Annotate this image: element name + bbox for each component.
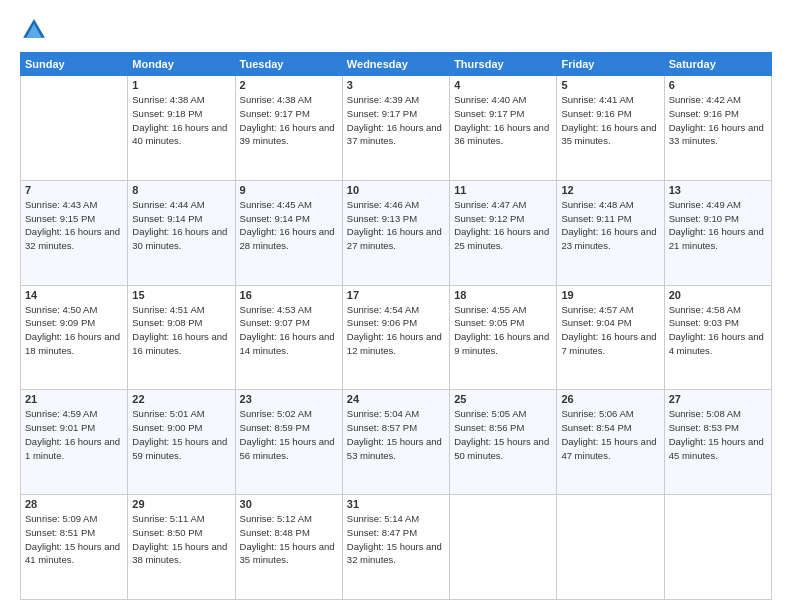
weekday-header-thursday: Thursday: [450, 53, 557, 76]
day-number: 31: [347, 498, 445, 510]
sunrise-label: Sunrise: 5:06 AM: [561, 408, 633, 419]
day-number: 29: [132, 498, 230, 510]
daylight-label: Daylight: 16 hours and 35 minutes.: [561, 122, 656, 147]
daylight-label: Daylight: 15 hours and 59 minutes.: [132, 436, 227, 461]
daylight-label: Daylight: 16 hours and 30 minutes.: [132, 226, 227, 251]
daylight-label: Daylight: 15 hours and 47 minutes.: [561, 436, 656, 461]
day-number: 23: [240, 393, 338, 405]
calendar-cell: 31Sunrise: 5:14 AMSunset: 8:47 PMDayligh…: [342, 495, 449, 600]
daylight-label: Daylight: 15 hours and 53 minutes.: [347, 436, 442, 461]
day-number: 6: [669, 79, 767, 91]
calendar-cell: 16Sunrise: 4:53 AMSunset: 9:07 PMDayligh…: [235, 285, 342, 390]
calendar-cell: 21Sunrise: 4:59 AMSunset: 9:01 PMDayligh…: [21, 390, 128, 495]
daylight-label: Daylight: 16 hours and 25 minutes.: [454, 226, 549, 251]
calendar-cell: 24Sunrise: 5:04 AMSunset: 8:57 PMDayligh…: [342, 390, 449, 495]
daylight-label: Daylight: 16 hours and 12 minutes.: [347, 331, 442, 356]
sunrise-label: Sunrise: 4:48 AM: [561, 199, 633, 210]
sunrise-label: Sunrise: 4:44 AM: [132, 199, 204, 210]
sunset-label: Sunset: 8:47 PM: [347, 527, 417, 538]
sunrise-label: Sunrise: 5:04 AM: [347, 408, 419, 419]
day-number: 5: [561, 79, 659, 91]
week-row-2: 7Sunrise: 4:43 AMSunset: 9:15 PMDaylight…: [21, 180, 772, 285]
sunset-label: Sunset: 8:54 PM: [561, 422, 631, 433]
daylight-label: Daylight: 16 hours and 23 minutes.: [561, 226, 656, 251]
daylight-label: Daylight: 16 hours and 37 minutes.: [347, 122, 442, 147]
calendar-cell: 17Sunrise: 4:54 AMSunset: 9:06 PMDayligh…: [342, 285, 449, 390]
daylight-label: Daylight: 16 hours and 16 minutes.: [132, 331, 227, 356]
calendar-cell: 23Sunrise: 5:02 AMSunset: 8:59 PMDayligh…: [235, 390, 342, 495]
sunset-label: Sunset: 9:00 PM: [132, 422, 202, 433]
sunset-label: Sunset: 9:03 PM: [669, 317, 739, 328]
weekday-header-monday: Monday: [128, 53, 235, 76]
sunset-label: Sunset: 9:12 PM: [454, 213, 524, 224]
weekday-header-wednesday: Wednesday: [342, 53, 449, 76]
day-info: Sunrise: 4:38 AMSunset: 9:18 PMDaylight:…: [132, 93, 230, 148]
sunrise-label: Sunrise: 4:53 AM: [240, 304, 312, 315]
sunrise-label: Sunrise: 4:39 AM: [347, 94, 419, 105]
day-number: 12: [561, 184, 659, 196]
sunset-label: Sunset: 9:11 PM: [561, 213, 631, 224]
page: SundayMondayTuesdayWednesdayThursdayFrid…: [0, 0, 792, 612]
day-number: 24: [347, 393, 445, 405]
header: [20, 16, 772, 44]
sunrise-label: Sunrise: 5:12 AM: [240, 513, 312, 524]
daylight-label: Daylight: 15 hours and 45 minutes.: [669, 436, 764, 461]
sunrise-label: Sunrise: 4:40 AM: [454, 94, 526, 105]
sunrise-label: Sunrise: 5:05 AM: [454, 408, 526, 419]
daylight-label: Daylight: 16 hours and 18 minutes.: [25, 331, 120, 356]
day-number: 28: [25, 498, 123, 510]
daylight-label: Daylight: 16 hours and 32 minutes.: [25, 226, 120, 251]
daylight-label: Daylight: 16 hours and 33 minutes.: [669, 122, 764, 147]
day-number: 8: [132, 184, 230, 196]
day-info: Sunrise: 4:44 AMSunset: 9:14 PMDaylight:…: [132, 198, 230, 253]
daylight-label: Daylight: 15 hours and 50 minutes.: [454, 436, 549, 461]
daylight-label: Daylight: 16 hours and 1 minute.: [25, 436, 120, 461]
day-number: 1: [132, 79, 230, 91]
daylight-label: Daylight: 16 hours and 4 minutes.: [669, 331, 764, 356]
day-info: Sunrise: 4:46 AMSunset: 9:13 PMDaylight:…: [347, 198, 445, 253]
calendar-cell: 28Sunrise: 5:09 AMSunset: 8:51 PMDayligh…: [21, 495, 128, 600]
daylight-label: Daylight: 15 hours and 35 minutes.: [240, 541, 335, 566]
day-number: 26: [561, 393, 659, 405]
week-row-4: 21Sunrise: 4:59 AMSunset: 9:01 PMDayligh…: [21, 390, 772, 495]
sunrise-label: Sunrise: 4:38 AM: [132, 94, 204, 105]
calendar-cell: 30Sunrise: 5:12 AMSunset: 8:48 PMDayligh…: [235, 495, 342, 600]
sunset-label: Sunset: 9:13 PM: [347, 213, 417, 224]
day-number: 11: [454, 184, 552, 196]
day-info: Sunrise: 4:47 AMSunset: 9:12 PMDaylight:…: [454, 198, 552, 253]
day-info: Sunrise: 5:01 AMSunset: 9:00 PMDaylight:…: [132, 407, 230, 462]
day-info: Sunrise: 4:38 AMSunset: 9:17 PMDaylight:…: [240, 93, 338, 148]
day-number: 9: [240, 184, 338, 196]
calendar-table: SundayMondayTuesdayWednesdayThursdayFrid…: [20, 52, 772, 600]
sunset-label: Sunset: 9:10 PM: [669, 213, 739, 224]
sunset-label: Sunset: 8:51 PM: [25, 527, 95, 538]
day-info: Sunrise: 5:11 AMSunset: 8:50 PMDaylight:…: [132, 512, 230, 567]
sunset-label: Sunset: 9:07 PM: [240, 317, 310, 328]
day-info: Sunrise: 4:45 AMSunset: 9:14 PMDaylight:…: [240, 198, 338, 253]
calendar-cell: [21, 76, 128, 181]
weekday-header-sunday: Sunday: [21, 53, 128, 76]
daylight-label: Daylight: 16 hours and 27 minutes.: [347, 226, 442, 251]
generalblue-logo-icon: [20, 16, 48, 44]
daylight-label: Daylight: 16 hours and 28 minutes.: [240, 226, 335, 251]
sunrise-label: Sunrise: 4:41 AM: [561, 94, 633, 105]
calendar-cell: 13Sunrise: 4:49 AMSunset: 9:10 PMDayligh…: [664, 180, 771, 285]
calendar-cell: 8Sunrise: 4:44 AMSunset: 9:14 PMDaylight…: [128, 180, 235, 285]
day-info: Sunrise: 5:05 AMSunset: 8:56 PMDaylight:…: [454, 407, 552, 462]
day-info: Sunrise: 4:53 AMSunset: 9:07 PMDaylight:…: [240, 303, 338, 358]
sunrise-label: Sunrise: 5:11 AM: [132, 513, 204, 524]
calendar-cell: [664, 495, 771, 600]
sunrise-label: Sunrise: 5:02 AM: [240, 408, 312, 419]
sunrise-label: Sunrise: 4:55 AM: [454, 304, 526, 315]
calendar-cell: 3Sunrise: 4:39 AMSunset: 9:17 PMDaylight…: [342, 76, 449, 181]
day-number: 10: [347, 184, 445, 196]
daylight-label: Daylight: 16 hours and 9 minutes.: [454, 331, 549, 356]
calendar-cell: 2Sunrise: 4:38 AMSunset: 9:17 PMDaylight…: [235, 76, 342, 181]
calendar-cell: 10Sunrise: 4:46 AMSunset: 9:13 PMDayligh…: [342, 180, 449, 285]
day-info: Sunrise: 4:50 AMSunset: 9:09 PMDaylight:…: [25, 303, 123, 358]
calendar-cell: 9Sunrise: 4:45 AMSunset: 9:14 PMDaylight…: [235, 180, 342, 285]
weekday-header-row: SundayMondayTuesdayWednesdayThursdayFrid…: [21, 53, 772, 76]
calendar-cell: 27Sunrise: 5:08 AMSunset: 8:53 PMDayligh…: [664, 390, 771, 495]
sunset-label: Sunset: 9:14 PM: [240, 213, 310, 224]
day-info: Sunrise: 4:41 AMSunset: 9:16 PMDaylight:…: [561, 93, 659, 148]
